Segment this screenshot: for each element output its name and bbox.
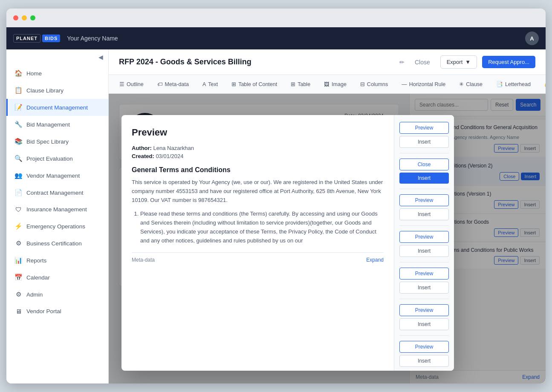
modal-body-text: This service is operated by Your Agency … [132,178,384,205]
toolbar-label-text: Text [208,81,218,87]
clause-icon: ✳ [459,81,464,87]
toolbar-item-metadata[interactable]: 🏷 Meta-data [153,79,193,89]
export-label: Export [447,59,463,65]
agency-name-header: Your Agency Name [67,35,118,42]
sidebar-item-label-clause-library: Clause Library [26,87,64,94]
content-area: RFP 2024 - Goods & Services Billing ✏ Cl… [109,49,546,383]
sidebar-item-insurance-management[interactable]: 🛡 Insurance Management [6,201,108,218]
modal-preview-button-3[interactable]: Preview [399,194,449,206]
sidebar-item-clause-library[interactable]: 📋 Clause Library [6,82,108,99]
sidebar-item-label-calendar: Calendar [26,274,50,281]
modal-preview-button-6[interactable]: Preview [399,304,449,316]
modal-left: Preview Author: Lena Nazarkhan Created: … [121,115,394,371]
toolbar-item-clause[interactable]: ✳ Clause [455,79,486,89]
author-label: Author: [132,145,152,151]
sidebar-item-label-emergency-operations: Emergency Operations [26,223,85,230]
modal-action-group-4: Preview Insert [399,231,449,257]
clause-library-icon: 📋 [14,86,22,94]
sidebar-item-business-certification[interactable]: ⚙ Business Certification [6,235,108,252]
toolbar-item-signature[interactable]: ✍ Signature [540,79,546,89]
modal-action-group-7: Preview Insert [399,341,449,367]
sidebar-item-label-insurance-management: Insurance Management [26,206,87,213]
toolbar-item-columns[interactable]: ⊟ Columns [356,79,392,89]
main-layout: ◀ 🏠 Home 📋 Clause Library 📝 Document Man… [6,49,546,383]
modal-footer-expand[interactable]: Expand [366,257,384,263]
modal-title: Preview [132,127,384,138]
modal-close-button[interactable]: Close [399,159,449,170]
sidebar-item-label-vendor-portal: Vendor Portal [26,308,61,314]
letterhead-icon: 📑 [496,81,503,87]
sidebar-item-home[interactable]: 🏠 Home [6,65,108,82]
modal-insert-button-3[interactable]: Insert [399,208,449,220]
sidebar-item-emergency-operations[interactable]: ⚡ Emergency Operations [6,218,108,235]
insurance-management-icon: 🛡 [14,206,22,213]
modal-author: Author: Lena Nazarkhan [132,145,384,151]
sidebar-item-project-evaluation[interactable]: 🔍 Project Evaluation [6,150,108,167]
toolbar-item-letterhead[interactable]: 📑 Letterhead [492,79,535,89]
sidebar-item-label-document-management: Document Management [26,104,88,111]
minimize-traffic-light[interactable] [22,15,27,20]
sidebar-item-label-bid-management: Bid Management [26,121,70,128]
sidebar-toggle-button[interactable]: ◀ [98,54,103,61]
toolbar: ☰ Outline 🏷 Meta-data A Text ⊞ Table of … [109,75,546,94]
app-window: PLANET BIDS Your Agency Name A ◀ 🏠 Home … [6,9,546,383]
toolbar-label-metadata: Meta-data [165,81,189,87]
toolbar-item-text[interactable]: A Text [199,79,222,89]
contract-management-icon: 📄 [14,189,22,196]
modal-insert-blue-button[interactable]: Insert [399,173,449,184]
author-value: Lena Nazarkhan [153,145,194,151]
page-title: RFP 2024 - Goods & Services Billing [119,58,394,66]
home-icon: 🏠 [14,69,22,77]
modal-preview-button-1[interactable]: Preview [399,122,449,134]
toolbar-label-clause: Clause [466,81,483,87]
sidebar-item-calendar[interactable]: 📅 Calendar [6,269,108,286]
modal-insert-button-5[interactable]: Insert [399,282,449,294]
modal-insert-button-7[interactable]: Insert [399,355,449,367]
toolbar-label-table: Table [298,81,310,87]
close-traffic-light[interactable] [13,15,18,20]
sidebar-item-bid-management[interactable]: 🔧 Bid Management [6,116,108,133]
close-button[interactable]: Close [410,56,435,68]
created-label: Created: [132,153,154,159]
export-button[interactable]: Export ▼ [440,55,477,69]
toolbar-item-outline[interactable]: ☰ Outline [116,79,147,89]
sidebar-item-bid-spec-library[interactable]: 📚 Bid Spec Library [6,133,108,150]
vendor-portal-icon: 🖥 [14,308,22,315]
modal-created: Created: 03/01/2024 [132,153,384,159]
toolbar-item-image[interactable]: 🖼 Image [320,79,350,89]
text-icon: A [202,81,206,87]
signature-icon: ✍ [544,81,546,87]
modal-insert-button-6[interactable]: Insert [399,318,449,330]
sidebar-toggle[interactable]: ◀ [6,49,108,65]
chevron-down-icon: ▼ [465,59,471,65]
modal-preview-button-4[interactable]: Preview [399,231,449,243]
modal-footer: Meta-data Expand [132,252,384,263]
toolbar-item-hrule[interactable]: — Horizontal Rule [398,79,449,89]
sidebar-item-vendor-management[interactable]: 👥 Vendor Management [6,167,108,184]
sidebar-item-reports[interactable]: 📊 Reports [6,252,108,269]
sidebar-item-vendor-portal[interactable]: 🖥 Vendor Portal [6,303,108,320]
admin-icon: ⚙ [14,291,22,298]
sidebar-item-contract-management[interactable]: 📄 Contract Management [6,184,108,201]
table-icon: ⊞ [291,81,295,87]
modal-insert-button-1[interactable]: Insert [399,136,449,148]
avatar[interactable]: A [525,32,539,45]
title-edit-icon[interactable]: ✏ [399,59,405,66]
toolbar-item-table[interactable]: ⊞ Table [287,79,314,89]
sidebar-item-admin[interactable]: ⚙ Admin [6,286,108,303]
sidebar-item-label-bid-spec-library: Bid Spec Library [26,138,69,145]
maximize-traffic-light[interactable] [30,15,35,20]
modal-insert-button-4[interactable]: Insert [399,245,449,257]
sidebar-item-document-management[interactable]: 📝 Document Management [6,99,108,116]
modal-preview-button-7[interactable]: Preview [399,341,449,353]
sidebar-item-label-business-certification: Business Certification [26,240,82,247]
sidebar-item-label-vendor-management: Vendor Management [26,173,80,179]
toolbar-item-toc[interactable]: ⊞ Table of Content [228,79,281,89]
bid-management-icon: 🔧 [14,121,22,128]
modal-action-group-6: Preview Insert [399,304,449,330]
metadata-icon: 🏷 [157,81,163,87]
calendar-icon: 📅 [14,274,22,281]
modal-preview-button-5[interactable]: Preview [399,268,449,280]
request-approval-button[interactable]: Request Appro... [482,56,535,68]
page-header: RFP 2024 - Goods & Services Billing ✏ Cl… [109,49,546,75]
